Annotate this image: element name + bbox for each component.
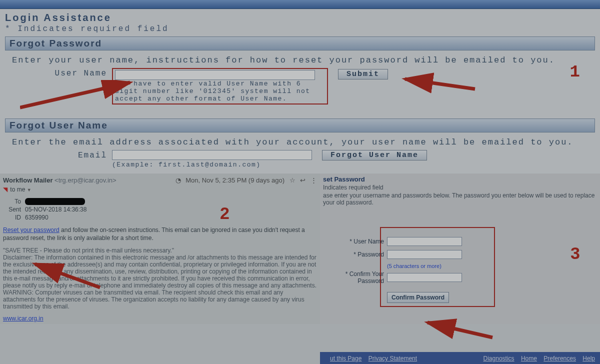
username-input[interactable]: [115, 70, 315, 80]
step-2-marker: 2: [220, 204, 230, 223]
step-3-marker: 3: [570, 244, 580, 263]
confirm-password-button[interactable]: Confirm Password: [387, 292, 449, 303]
password-hint: (5 characters or more): [387, 263, 488, 269]
reset-title: set Password: [323, 176, 597, 183]
reset-required-note: Indicates required field: [323, 184, 597, 191]
footer-about[interactable]: ut this Page: [330, 355, 362, 362]
attachment-icon: ◔: [176, 176, 181, 184]
reply-icon[interactable]: ↩: [300, 176, 306, 184]
reset-password-input[interactable]: [387, 250, 462, 259]
forgot-username-instruction: Enter the email address associated with …: [12, 138, 588, 147]
email-label: Email: [12, 150, 112, 160]
svg-line-3: [428, 322, 492, 338]
footer-bar: ut this Page Privacy Statement Diagnosti…: [320, 352, 600, 364]
forgot-password-heading: Forgot Password: [5, 36, 595, 50]
forgot-username-heading: Forgot User Name: [5, 118, 595, 132]
confirm-password-input[interactable]: [387, 273, 462, 282]
username-hint: You have to enter valid User Name with 6…: [115, 80, 325, 102]
email-example: (Example: first.last@domain.com): [112, 161, 312, 168]
reset-username-input[interactable]: [387, 237, 462, 246]
to-redacted: [25, 198, 85, 205]
footer-preferences[interactable]: Preferences: [544, 355, 576, 362]
confirm-password-label: * Confirm Your Password: [319, 270, 384, 284]
forgot-username-button[interactable]: Forgot User Name: [322, 150, 427, 160]
window-titlebar: [0, 0, 600, 9]
forgot-password-instruction: Enter your user name, instructions for h…: [12, 56, 588, 65]
email-input[interactable]: [112, 150, 312, 160]
star-icon[interactable]: ☆: [290, 176, 296, 184]
footer-help[interactable]: Help: [582, 355, 595, 362]
arrow-icon: [422, 318, 498, 342]
arrow-icon: [20, 80, 135, 110]
footer-home[interactable]: Home: [521, 355, 537, 362]
footer-privacy[interactable]: Privacy Statement: [368, 355, 417, 362]
email-from-name: Workflow Mailer: [3, 176, 52, 184]
to-me-label: to me: [10, 186, 25, 193]
reset-password-link[interactable]: Reset your password: [3, 226, 60, 234]
reset-highlight-box: * User Name * Password (5 characters or …: [380, 227, 495, 307]
save-tree-note: "SAVE TREE - Please do not print this e-…: [3, 247, 317, 254]
svg-line-2: [35, 264, 100, 288]
site-link[interactable]: www.icar.org.in: [3, 315, 44, 322]
email-date: Mon, Nov 5, 2:35 PM (9 days ago): [186, 176, 284, 184]
username-label: User Name: [12, 68, 112, 78]
sent-value: 05-NOV-2018 14:36:38: [25, 206, 86, 213]
id-label: ID: [3, 214, 21, 221]
reset-instruction: ase enter your username and passwords be…: [323, 192, 597, 206]
submit-button[interactable]: Submit: [338, 69, 388, 80]
reset-password-panel: set Password Indicates required field as…: [320, 174, 600, 324]
to-label: To: [3, 198, 21, 205]
reset-password-label: * Password: [319, 251, 384, 258]
reset-username-label: * User Name: [319, 238, 384, 245]
svg-line-0: [20, 82, 130, 108]
id-value: 6359990: [25, 214, 48, 221]
more-icon[interactable]: ⋮: [310, 176, 317, 184]
flag-icon: ◥: [3, 186, 8, 193]
dropdown-icon[interactable]: ▼: [27, 188, 32, 192]
arrow-icon: [30, 260, 105, 290]
email-panel: Workflow Mailer <trg.erp@icar.gov.in> ◔ …: [0, 174, 320, 324]
step-1-marker: 1: [570, 62, 580, 82]
required-indicator: * Indicates required field: [5, 24, 595, 34]
svg-line-1: [405, 79, 475, 89]
arrow-icon: [400, 69, 480, 94]
forgot-username-section: Enter the email address associated with …: [5, 132, 595, 174]
email-from-address: <trg.erp@icar.gov.in>: [54, 176, 116, 184]
sent-label: Sent: [3, 206, 21, 213]
username-highlight-box: You have to enter valid User Name with 6…: [112, 68, 328, 104]
page-title: Login Assistance: [5, 12, 595, 24]
footer-diagnostics[interactable]: Diagnostics: [484, 355, 514, 362]
